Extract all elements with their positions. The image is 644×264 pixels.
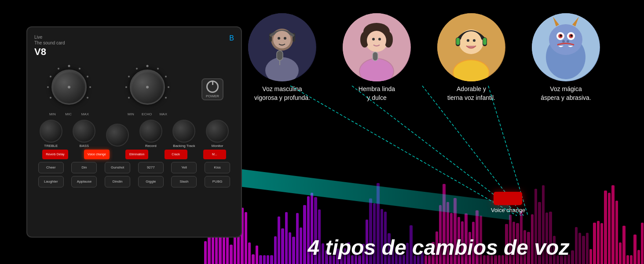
treble-knob[interactable] [40, 120, 62, 143]
svg-point-12 [165, 76, 167, 77]
bottom-title: 4 tipos de cambios de voz [251, 235, 626, 260]
svg-rect-39 [373, 52, 378, 61]
svg-point-62 [562, 40, 565, 43]
device-brand: Live [34, 34, 65, 40]
monster-portrait [532, 13, 600, 81]
more-button[interactable]: M... [203, 150, 226, 159]
svg-point-26 [284, 37, 286, 40]
svg-point-6 [58, 68, 59, 70]
more-group: M... [203, 150, 226, 159]
sfx-row-1: Cheer Din Gunshot 9277 Yell Kiss [34, 162, 234, 173]
din-button[interactable]: Din [71, 162, 97, 173]
cheer-button[interactable]: Cheer [38, 162, 64, 173]
svg-point-37 [378, 38, 381, 40]
voice-types-row: Voz masculina vigorosa y profunda. [222, 13, 626, 102]
svg-point-47 [461, 31, 482, 52]
monster-caption-line1: Voz mágica [550, 85, 582, 92]
svg-point-7 [50, 76, 51, 77]
svg-point-63 [567, 40, 569, 43]
pubg-button[interactable]: PUBG [205, 176, 230, 187]
monitor-label: Monitor [212, 144, 223, 148]
male-voice-item: Voz masculina vigorosa y profunda. [248, 13, 316, 102]
device-subtitle: The sound card [34, 40, 65, 46]
echo-label: ECHO [142, 112, 152, 116]
voice-change-callout: Voice change [491, 192, 525, 213]
svg-rect-27 [277, 51, 283, 60]
svg-point-5 [87, 97, 88, 99]
sfx-row-2: Laughter Applause Dindin Giggle Slash PU… [34, 176, 234, 187]
echo-knob[interactable] [130, 70, 165, 105]
svg-point-18 [128, 97, 130, 99]
svg-point-9 [50, 97, 51, 99]
elimination-group: Elimination [125, 150, 148, 159]
applause-button[interactable]: Applause [71, 176, 97, 187]
svg-point-48 [467, 39, 469, 42]
crack-group: Crack [165, 150, 187, 159]
bass-label: BASS [80, 144, 89, 148]
extra-knob-group [106, 124, 129, 148]
voice-change-callout-button [494, 192, 522, 205]
female-caption: Hembra linda y dulce [359, 85, 395, 102]
mic-knob-wrapper [45, 63, 93, 111]
svg-rect-46 [483, 38, 487, 45]
giggle-button[interactable]: Giggle [138, 176, 164, 187]
monster-caption-line2: áspera y abrasiva. [541, 94, 591, 101]
slash-button[interactable]: Slash [171, 176, 197, 187]
9277-button[interactable]: 9277 [138, 162, 164, 173]
fx-buttons-row: Reverb Delay Voice change Elimination Cr… [34, 150, 234, 159]
small-knobs-row: TREBLE BASS Record Backing Track Monitor [34, 120, 234, 148]
male-caption-line1: Voz masculina [262, 85, 302, 92]
monster-voice-item: Voz mágica áspera y abrasiva. [532, 13, 600, 102]
extra-knob[interactable] [106, 124, 129, 147]
reverb-delay-button[interactable]: Reverb Delay [42, 150, 68, 159]
svg-point-16 [128, 76, 130, 77]
record-knob[interactable] [139, 120, 162, 143]
svg-point-61 [571, 35, 573, 37]
device-model: V8 [34, 46, 65, 59]
svg-point-1 [68, 65, 70, 67]
child-voice-item: Adorable y tierna voz infantil. [437, 13, 505, 102]
kiss-button[interactable]: Kiss [205, 162, 230, 173]
female-caption-line2: y dulce [367, 94, 386, 101]
backing-track-knob[interactable] [172, 120, 195, 143]
waveform-bar [641, 223, 644, 264]
svg-point-14 [165, 97, 167, 99]
crack-button[interactable]: Crack [165, 150, 187, 159]
child-caption-line2: tierna voz infantil. [447, 94, 495, 101]
mic-knob-group: MIN MIC MAX [45, 63, 93, 116]
monitor-knob[interactable] [206, 120, 229, 143]
voice-change-callout-label: Voice change [491, 207, 525, 213]
gunshot-button[interactable]: Gunshot [105, 162, 130, 173]
backing-track-knob-group: Backing Track [172, 120, 195, 148]
svg-point-8 [47, 86, 49, 88]
monitor-knob-group: Monitor [206, 120, 229, 148]
bluetooth-icon: B [229, 34, 234, 42]
power-button[interactable]: POWER [201, 78, 223, 100]
waveform-bar [633, 235, 636, 264]
waveform-bar [637, 250, 640, 264]
svg-point-11 [157, 68, 159, 70]
waveform-bar [204, 241, 207, 264]
svg-point-49 [473, 39, 476, 42]
dindin-button[interactable]: Dindin [105, 176, 130, 187]
yell-button[interactable]: Yell [171, 162, 197, 173]
svg-point-2 [79, 68, 80, 70]
mic-label-row: MIN MIC MAX [49, 112, 89, 116]
voice-change-button[interactable]: Voice change [84, 150, 110, 159]
record-knob-group: Record [139, 120, 162, 148]
male-caption-line2: vigorosa y profunda. [254, 94, 310, 101]
bass-knob[interactable] [73, 120, 95, 143]
bass-knob-group: BASS [73, 120, 95, 148]
device-header: Live The sound card V8 B [34, 34, 234, 59]
echo-min-label: MIN [128, 112, 134, 116]
device-title: Live The sound card V8 [34, 34, 65, 59]
treble-label: TREBLE [44, 144, 58, 148]
record-label: Record [145, 144, 157, 148]
reverb-delay-group: Reverb Delay [42, 150, 68, 159]
mic-knob[interactable] [51, 70, 87, 105]
female-portrait [343, 13, 411, 81]
laughter-button[interactable]: Laughter [38, 176, 64, 187]
elimination-button[interactable]: Elimination [125, 150, 148, 159]
mic-max-label: MAX [81, 112, 89, 116]
echo-label-row: MIN ECHO MAX [128, 112, 167, 116]
